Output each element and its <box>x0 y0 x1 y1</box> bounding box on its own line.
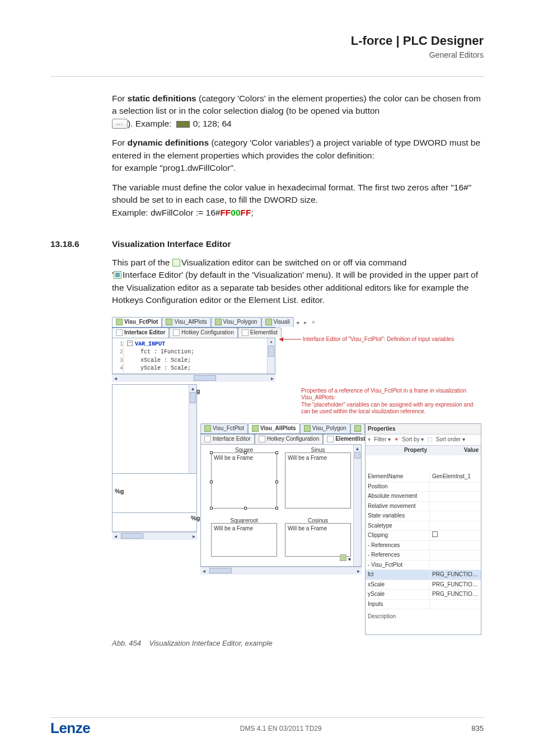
filter-button[interactable]: Filter ▾ <box>374 436 391 444</box>
horizontal-scrollbar[interactable]: ◂▸ <box>200 567 362 575</box>
footer-center: DMS 4.1 EN 03/2011 TD29 <box>240 725 322 732</box>
property-row[interactable]: ElementNameGenElemInst_1 <box>366 472 481 482</box>
tab-label: Elementlist <box>335 435 365 444</box>
interface-editor-icon <box>204 436 211 442</box>
property-row[interactable]: - Visu_FctPlot <box>366 561 481 571</box>
tab-visu-polygon[interactable]: Visu_Polygon <box>300 423 350 433</box>
editor-tabs: Visu_FctPlot Visu_AllPlots Visu_Polygon … <box>112 317 275 328</box>
sort-order-button[interactable]: Sort order ▾ <box>435 436 465 444</box>
property-row[interactable]: yScalePRG_FUNCTIONPLOT.sqrInst.GetYScale… <box>366 590 481 600</box>
sort-by-button[interactable]: Sort by ▾ <box>402 436 424 444</box>
frame-cosinus[interactable]: Cosinus Will be a Frame <box>285 523 351 557</box>
tab-label: Visu_Polygon <box>312 424 346 433</box>
paragraph-dynamic-defs: For dynamic definitions (category 'Color… <box>112 137 484 174</box>
property-value[interactable] <box>430 502 481 511</box>
tab-label: Visu_AllPlots <box>174 318 207 326</box>
property-value[interactable] <box>430 521 481 531</box>
property-value[interactable] <box>430 541 481 550</box>
svg-marker-1 <box>279 337 283 342</box>
property-row[interactable]: Position <box>366 482 481 492</box>
property-value[interactable] <box>430 482 481 492</box>
tab-visu-polygon[interactable]: Visu_Polygon <box>211 317 261 327</box>
page-number: 835 <box>471 724 484 732</box>
code-pane[interactable]: 1−VAR_INPUT 2 fct : IFunction; 3 xScale … <box>112 338 275 374</box>
visualization-canvas[interactable]: ▴ Square Will be a Frame <box>200 445 362 567</box>
property-value[interactable] <box>430 531 481 540</box>
property-value[interactable] <box>430 600 481 609</box>
property-row[interactable]: Clipping <box>366 531 481 541</box>
tab-visu-fctplot[interactable]: Visu_FctPlot <box>112 317 162 327</box>
color-swatch-icon <box>176 121 190 128</box>
property-row[interactable]: Inputs <box>366 600 481 610</box>
tab-label: Hotkey Configuration <box>181 329 233 337</box>
property-value[interactable] <box>430 561 481 570</box>
text: This part of the <box>112 258 172 267</box>
vertical-scrollbar[interactable]: ▴ <box>353 445 361 566</box>
property-key: Absolute movement <box>366 492 430 501</box>
property-row[interactable]: State variables <box>366 511 481 521</box>
property-row[interactable]: Relative movement <box>366 502 481 512</box>
section-title: Visualization Interface Editor <box>112 238 231 250</box>
property-value[interactable]: PRG_FUNCTIONPLOT.sqrInst.GetXScale() <box>430 580 481 590</box>
open-dialog-button[interactable] <box>112 119 128 129</box>
subtab-interface-editor[interactable]: Interface Editor <box>112 328 169 338</box>
bold-text: dynamic definitions <box>128 138 209 147</box>
subtab-interface-editor[interactable]: Interface Editor <box>200 434 255 444</box>
text: can be used within the local visulizatio… <box>301 408 425 414</box>
paragraph-static-defs: For static definitions (category 'Colors… <box>112 92 484 130</box>
frame-square[interactable]: Square Will be a Frame <box>211 452 277 508</box>
horizontal-scrollbar[interactable]: ◂▸ <box>112 532 197 540</box>
horizontal-scrollbar[interactable]: ◂▸ <box>112 374 275 382</box>
properties-title: Properties <box>366 424 481 435</box>
zoom-icons[interactable]: ▾ <box>340 554 351 564</box>
vertical-scrollbar[interactable]: ▴ <box>267 338 275 374</box>
placeholder-text: Will be a Frame <box>214 454 253 463</box>
annotation-properties: Properties of a reference of Visu_FctPlo… <box>301 388 481 416</box>
property-row[interactable]: - References <box>366 541 481 551</box>
fold-button[interactable]: − <box>127 340 133 346</box>
vertical-scrollbar[interactable]: ▴ <box>189 385 196 473</box>
col-property: Property <box>366 446 430 455</box>
page-subtitle: General Editors <box>50 50 484 59</box>
hex-00: 00 <box>231 208 240 217</box>
property-row[interactable]: xScalePRG_FUNCTIONPLOT.sqrInst.GetXScale… <box>366 580 481 590</box>
tab-visu-allplots[interactable]: Visu_AllPlots <box>248 423 300 433</box>
tab-visu-fctplot[interactable]: Visu_FctPlot <box>200 423 248 433</box>
frame-squareroot[interactable]: Squareroot Will be a Frame <box>211 523 277 557</box>
editor-subtabs: Interface Editor Hotkey Configuration El… <box>112 328 275 338</box>
interface-editor-icon <box>116 329 123 336</box>
property-row[interactable]: Absolute movement <box>366 492 481 502</box>
visu-icon <box>252 425 259 432</box>
property-value[interactable] <box>430 492 481 501</box>
code-line: fct : IFunction; <box>140 348 194 357</box>
subtab-hotkey-config[interactable]: Hotkey Configuration <box>169 328 237 338</box>
property-value[interactable]: GenElemInst_1 <box>430 472 481 482</box>
frame-title: Squareroot <box>230 517 257 525</box>
property-key: Clipping <box>366 531 430 540</box>
property-key: Scaletype <box>366 521 430 531</box>
property-key: Inputs <box>366 600 430 609</box>
property-row[interactable]: fctPRG_FUNCTIONPLOT.sqrInst <box>366 570 481 580</box>
visu-icon <box>215 319 222 325</box>
plot-label: %g <box>115 487 124 496</box>
property-row[interactable]: Scaletype <box>366 521 481 531</box>
subtab-elementlist[interactable]: Elementlist <box>238 328 282 338</box>
property-key: xScale <box>366 580 430 590</box>
elementlist-icon <box>242 329 249 336</box>
property-key: ElementName <box>366 472 430 482</box>
property-value[interactable] <box>430 550 481 560</box>
tab-visu-allplots[interactable]: Visu_AllPlots <box>162 317 210 327</box>
subtab-hotkey-config[interactable]: Hotkey Configuration <box>255 434 323 444</box>
frame-sinus[interactable]: Sinus Will be a Frame <box>285 452 351 508</box>
property-value[interactable]: PRG_FUNCTIONPLOT.sqrInst <box>430 570 481 580</box>
checkbox[interactable] <box>432 531 438 537</box>
property-row[interactable]: - References <box>366 550 481 561</box>
property-value[interactable] <box>430 511 481 521</box>
property-value[interactable]: PRG_FUNCTIONPLOT.sqrInst.GetYScale() <box>430 590 481 599</box>
tab-overflow[interactable] <box>350 423 365 433</box>
text: For <box>112 138 128 147</box>
visu-icon <box>354 425 361 432</box>
subtab-elementlist[interactable]: Elementlist <box>323 434 369 444</box>
properties-pane: Properties ▾ Filter ▾ ✶Sort by ▾ ⬚Sort o… <box>365 423 481 635</box>
figure-screenshot: Visu_FctPlot Visu_AllPlots Visu_Polygon … <box>112 317 481 635</box>
